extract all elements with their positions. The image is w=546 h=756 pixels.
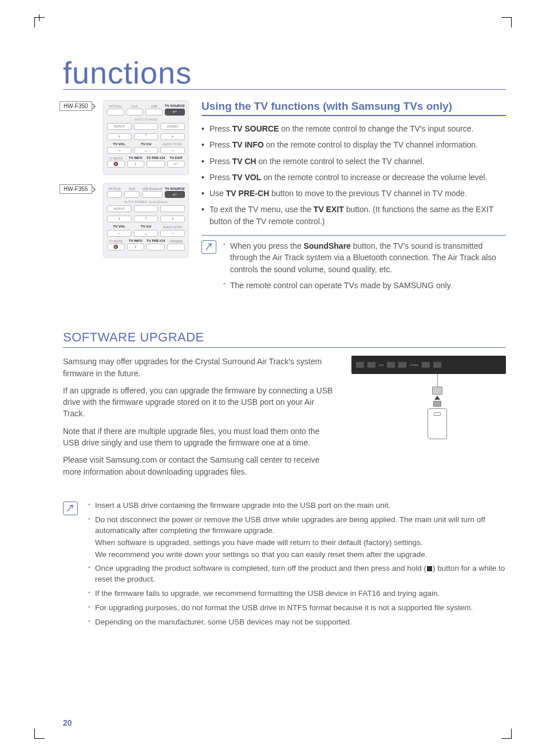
- tv-ch-dn: [134, 230, 159, 237]
- tv-info-button: [127, 244, 145, 250]
- note-box: When you press the SoundShare button, th…: [201, 235, 506, 296]
- btn-label: TV EXIT: [167, 156, 185, 160]
- dimmer-button: [167, 244, 185, 250]
- usb-button: [145, 109, 163, 116]
- btn-label: AUX: [124, 187, 139, 190]
- btn-label: TV MUTE: [107, 157, 125, 160]
- tv-info-button: [127, 161, 145, 168]
- btn-label: TV MUTE: [107, 240, 125, 243]
- model-label-f350: HW-F350: [60, 101, 92, 111]
- software-notes: Insert a USB drive containing the firmwa…: [63, 500, 506, 631]
- btn-label: OPTICAL: [107, 187, 122, 190]
- aux-button: [126, 109, 144, 116]
- list-item: When you press the SoundShare button, th…: [223, 240, 506, 275]
- dimmer-button: DIMMER: [160, 123, 185, 130]
- sub-label: AUTO POWER: [107, 118, 185, 121]
- crop-mark-br: [501, 729, 512, 739]
- list-item: The remote control can operate TVs made …: [223, 280, 506, 291]
- btn-label: AUDIO SYNC: [160, 225, 185, 229]
- btn-label: OPTICAL: [107, 105, 124, 108]
- btn-label: TV VOL: [107, 225, 132, 229]
- usb-bt-button: [142, 191, 163, 198]
- list-item: Once upgrading the product software is c…: [88, 563, 506, 585]
- sub-label: AUTO POWER SoundShare: [107, 200, 185, 204]
- remote-diagrams: HW-F350 OPTICAL AUX USB TV SOURCE AUTO P…: [63, 100, 189, 296]
- software-upgrade-text: Samsung may offer upgrades for the Cryst…: [63, 356, 334, 483]
- sub-line: We recommend you write down your setting…: [88, 550, 506, 560]
- software-upgrade-heading: SOFTWARE UPGRADE: [63, 330, 506, 348]
- crop-mark-tl: [34, 17, 45, 27]
- tv-ch-up: [134, 133, 159, 140]
- remote-hw-f355: HW-F355 OPTICAL AUX USB Bluetooth TV SOU…: [63, 183, 189, 258]
- paragraph: Note that if there are multiple upgrade …: [63, 425, 334, 449]
- btn-label: TV PRE-CH: [147, 239, 165, 243]
- crop-mark-bl: [34, 729, 45, 739]
- remote-hw-f350: HW-F350 OPTICAL AUX USB TV SOURCE AUTO P…: [63, 100, 189, 175]
- btn-label: TV SOURCE: [165, 187, 185, 191]
- list-item: Use TV PRE-CH button to move to the prev…: [201, 188, 506, 199]
- tv-vol-up: [107, 216, 132, 222]
- autopower-button: [134, 205, 159, 212]
- autopower-button: [134, 123, 159, 130]
- sync-dn: [160, 230, 185, 237]
- tv-source-button: [165, 109, 185, 116]
- stop-icon: [427, 566, 432, 571]
- repeat-button: REPEAT: [107, 123, 132, 130]
- usb-upgrade-diagram: USB POWER: [351, 356, 506, 470]
- sync-up: [160, 133, 185, 140]
- list-item: Depending on the manufacturer, some USB …: [88, 617, 506, 628]
- list-item: Press TV SOURCE on the remote control to…: [201, 123, 506, 134]
- list-item: Do not disconnect the power or remove th…: [88, 515, 506, 536]
- list-item: For upgrading purposes, do not format th…: [88, 603, 506, 614]
- btn-label: USB Bluetooth: [142, 187, 163, 190]
- paragraph: Samsung may offer upgrades for the Cryst…: [63, 356, 334, 379]
- tv-bullet-list: Press TV SOURCE on the remote control to…: [201, 123, 506, 227]
- tv-source-button: [165, 191, 185, 198]
- btn-label: TV INFO: [127, 239, 145, 243]
- tv-vol-up: [107, 133, 132, 140]
- page-title: functions: [63, 57, 506, 90]
- btn-label: TV SOURCE: [165, 104, 185, 108]
- repeat-button: REPEAT: [107, 205, 132, 212]
- btn-label: AUDIO SYNC: [160, 142, 185, 146]
- list-item: Press TV VOL on the remote control to in…: [201, 172, 506, 183]
- list-item: To exit the TV menu, use the TV EXIT but…: [201, 204, 506, 227]
- model-label-f355: HW-F355: [60, 184, 92, 194]
- sub-line: When software is upgraded, settings you …: [88, 538, 506, 548]
- btn-label: TV VOL: [107, 142, 132, 146]
- list-item: Press TV INFO on the remote control to d…: [201, 139, 506, 150]
- btn-label: TV CH: [134, 142, 159, 146]
- aux-button: [124, 191, 139, 198]
- diagram-label: USB: [379, 364, 383, 367]
- tv-vol-dn: [107, 230, 132, 237]
- list-item: If the firmware fails to upgrade, we rec…: [88, 588, 506, 599]
- tv-section-heading: Using the TV functions (with Samsung TVs…: [201, 100, 506, 116]
- tv-ch-up: [134, 216, 159, 222]
- btn-label: AUX: [126, 105, 144, 108]
- btn-label: TV PRE-CH: [147, 156, 165, 160]
- tv-prech-button: [147, 244, 165, 250]
- optical-button: [107, 109, 124, 116]
- tv-ch-dn: [134, 147, 159, 154]
- list-item: Insert a USB drive containing the firmwa…: [88, 500, 506, 511]
- paragraph: If an upgrade is offered, you can upgrad…: [63, 385, 334, 420]
- diagram-label: POWER: [410, 364, 418, 367]
- tv-vol-dn: [107, 147, 132, 154]
- soundbar-rear: USB POWER: [351, 356, 506, 374]
- optical-button: [107, 191, 122, 198]
- tv-mute-button: [107, 244, 125, 250]
- tv-exit-button: [167, 161, 185, 168]
- btn-label: USB: [145, 105, 163, 108]
- crop-mark-tr: [501, 17, 512, 27]
- note-icon: [201, 240, 216, 254]
- usb-drive-icon: [425, 387, 450, 439]
- btn-label: TV INFO: [127, 156, 145, 160]
- page-number: 20: [63, 718, 72, 727]
- sync-dn: [160, 147, 185, 154]
- list-item: Press TV CH on the remote control to sel…: [201, 156, 506, 167]
- tv-mute-button: [107, 161, 125, 168]
- tv-prech-button: [147, 161, 165, 168]
- note-icon: [63, 502, 78, 515]
- soundshare-button: [160, 205, 185, 212]
- btn-label: DIMMER: [167, 240, 185, 243]
